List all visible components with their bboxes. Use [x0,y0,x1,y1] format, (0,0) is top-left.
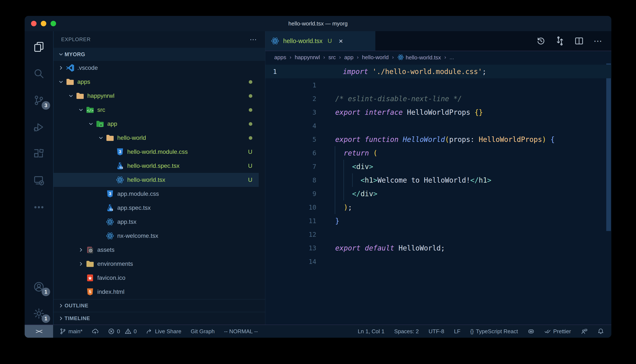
code-line[interactable]: 3export interface HelloWorldProps {} [265,106,611,119]
code-line[interactable]: 7 <div> [265,160,611,173]
history-icon[interactable] [536,36,545,46]
status-feedback[interactable] [581,328,587,335]
line-number: 10 [265,204,317,211]
tree-item-assets[interactable]: assets [54,243,259,257]
explorer-more-actions-icon[interactable]: ⋯ [250,35,258,44]
tree-item-src[interactable]: </>src [54,103,259,117]
tree-item-label: hello-world.spec.tsx [127,162,179,169]
indent-guide [343,173,344,187]
outline-section[interactable]: OUTLINE [54,299,265,312]
tree-item-app-spec-tsx[interactable]: TSapp.spec.tsx [54,201,259,215]
tree-item-label: index.html [97,288,124,295]
code-text: </div> [317,190,377,198]
status-indentation[interactable]: Spaces: 2 [394,328,419,335]
git-untracked-badge: U [248,162,252,169]
status-label: Spaces: 2 [394,328,419,335]
code-line[interactable]: 1 [265,78,611,92]
activity-extensions-button[interactable] [25,143,53,165]
breadcrumb-item-happynrwl[interactable]: happynrwl [295,54,320,61]
code-line[interactable]: 4 [265,119,611,132]
code-line[interactable]: 10 ); [265,200,611,214]
code-editor[interactable]: 1import './hello-world.module.css';12/* … [265,64,611,324]
breadcrumb-item-src[interactable]: src [328,54,336,61]
status-vim-mode[interactable]: -- NORMAL -- [224,328,258,335]
tree-item-hello-world-tsx[interactable]: hello-world.tsxU [54,173,259,187]
activity-accounts-button[interactable]: 1 [25,276,53,298]
tree-item-hello-world-spec-tsx[interactable]: TShello-world.spec.tsxU [54,159,259,173]
code-line[interactable]: 8 <h1>Welcome to HelloWorld!</h1> [265,173,611,187]
activity-run-debug-button[interactable] [25,116,53,138]
code-line[interactable]: 12 [265,228,611,241]
tree-item-hello-world[interactable]: hello-world [54,131,259,145]
more-icon[interactable]: ⋯ [593,36,603,46]
git-modified-dot [249,136,252,140]
code-line[interactable]: 6 return ( [265,146,611,160]
code-line[interactable]: 11} [265,214,611,228]
code-line[interactable]: 13export default HelloWorld; [265,241,611,255]
tree-item-index-html[interactable]: 5index.html [54,285,259,299]
activity-remote-explorer-button[interactable] [25,170,53,192]
status-copilot[interactable] [528,328,534,335]
activity-explorer-button[interactable] [25,36,53,58]
split-icon[interactable] [574,36,584,46]
project-root-label: MYORG [65,51,85,58]
status-notifications[interactable] [597,328,604,335]
activity-source-control-button[interactable]: 3 [25,89,53,111]
share-icon [146,328,153,335]
code-line[interactable]: 1import './hello-world.module.css'; [265,65,611,78]
breadcrumb-item-apps[interactable]: apps [274,54,286,61]
status-encoding[interactable]: UTF-8 [429,328,444,335]
activity-settings-button[interactable]: 1 [25,302,53,324]
project-root-row[interactable]: MYORG [54,48,265,61]
status-problems[interactable]: 00 [108,328,137,335]
status-git-graph[interactable]: Git Graph [191,328,215,335]
breadcrumb-item-hello-world-tsx[interactable]: hello-world.tsx [397,54,441,61]
code-line[interactable]: 9 </div> [265,187,611,200]
branch-icon [60,328,66,335]
indent-spacer [97,232,105,240]
breadcrumb-item-app[interactable]: app [344,54,353,61]
code-line[interactable]: 14 [265,255,611,268]
tree-item-label: src [97,106,105,113]
tree-item-hello-world-module-css[interactable]: 3hello-world.module.cssU [54,145,259,159]
status-cursor-position[interactable]: Ln 1, Col 1 [358,328,384,335]
git-untracked-badge: U [248,148,252,155]
timeline-section[interactable]: TIMELINE [54,312,265,324]
tree-item-favicon-ico[interactable]: ★favicon.ico [54,271,259,285]
status-prettier[interactable]: Prettier [544,328,571,335]
accounts-badge: 1 [42,288,50,296]
line-number: 5 [265,136,317,143]
compare-icon[interactable] [555,36,565,46]
screen: hello-world.tsx — myorg 311 EXPLORER ⋯ M… [0,0,636,364]
tree-item--vscode[interactable]: .vscode [54,61,259,75]
outline-label: OUTLINE [65,303,88,309]
status-eol[interactable]: LF [454,328,460,335]
breadcrumb-item--[interactable]: ... [450,54,454,61]
tree-item-nx-welcome-tsx[interactable]: nx-welcome.tsx [54,229,259,243]
indent-spacer [107,162,114,170]
tree-item-apps[interactable]: apps [54,75,259,89]
activity-more-button[interactable] [25,196,53,218]
svg-text:3: 3 [109,191,111,196]
status-live-share[interactable]: Live Share [146,328,181,335]
code-line[interactable]: 5export function HelloWorld(props: Hello… [265,132,611,146]
code-line[interactable]: 2/* eslint-disable-next-line */ [265,92,611,106]
tree-item-app-module-css[interactable]: 3app.module.css [54,187,259,201]
tab-hello-world-tsx[interactable]: hello-world.tsx U × [265,31,376,51]
code-text: <div> [317,162,373,171]
titlebar: hello-world.tsx — myorg [25,16,611,31]
line-number: 2 [265,95,317,102]
status-git-branch[interactable]: main* [60,328,82,335]
remote-indicator[interactable]: >< [25,325,53,338]
tree-item-happynrwl[interactable]: happynrwl [54,89,259,103]
status-language-mode[interactable]: {}TypeScript React [470,328,518,335]
tree-item-app-tsx[interactable]: app.tsx [54,215,259,229]
react-icon [271,37,279,45]
breadcrumb-item-hello-world[interactable]: hello-world [362,54,389,61]
activity-search-button[interactable] [25,62,53,85]
tree-item-environments[interactable]: environments [54,257,259,271]
close-tab-icon[interactable]: × [339,37,343,45]
code-text: return ( [317,149,377,157]
status-sync[interactable] [92,328,99,335]
tree-item-app[interactable]: app [54,117,259,131]
